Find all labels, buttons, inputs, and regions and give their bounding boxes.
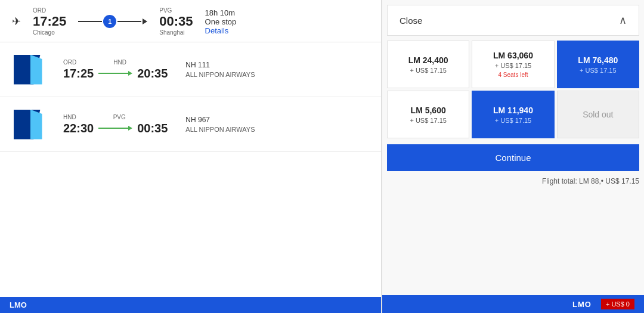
plane-icon: ✈	[12, 15, 21, 28]
seg-2-depart: 22:30	[63, 122, 94, 135]
fare-cell-1-2[interactable]: LM 63,060 + US$ 17.15 4 Seats left	[472, 41, 554, 88]
left-panel: ✈ ORD 17:25 Chicago 1 PVG 00:35 Shanghai…	[0, 0, 382, 313]
seg-1-airline: ALL NIPPON AIRWAYS	[185, 71, 255, 78]
left-logo: LMO	[10, 300, 27, 309]
left-bottom-bar: LMO	[0, 297, 381, 313]
fare-usd-2-2: + US$ 17.15	[495, 117, 531, 124]
airline-logo-2	[12, 108, 54, 141]
seg-1-arrive: 20:35	[137, 67, 168, 80]
seg-2-airports: HND PVG 22:30 00:35	[63, 114, 168, 135]
fare-miles-1-3: LM 76,480	[578, 55, 618, 65]
seg-1-dest-code: HND	[113, 59, 126, 66]
seg-1-depart: 17:25	[63, 67, 94, 80]
flight-total-usd: • US$ 17.15	[601, 177, 639, 185]
right-panel: Close ∧ LM 24,400 + US$ 17.15 LM 63,060 …	[382, 0, 644, 313]
segment-1: ORD HND 17:25 20:35 NH 111 ALL NIPPON AI…	[0, 42, 381, 97]
sold-out-text: Sold out	[583, 110, 613, 119]
fare-usd-1-3: + US$ 17.15	[580, 67, 616, 74]
fare-cell-1-3[interactable]: LM 76,480 + US$ 17.15	[557, 41, 639, 88]
fare-cell-2-3: Sold out	[557, 91, 639, 138]
right-logo: LMO	[572, 300, 592, 309]
segment-1-details: ORD HND 17:25 20:35 NH 111 ALL NIPPON AI…	[63, 59, 369, 80]
seg-1-airports: ORD HND 17:25 20:35	[63, 59, 168, 80]
flight-summary-bar: ✈ ORD 17:25 Chicago 1 PVG 00:35 Shanghai…	[0, 0, 381, 42]
continue-section: Continue	[382, 141, 644, 173]
seg-1-arrow	[98, 71, 132, 76]
seg-1-origin-code: ORD	[63, 59, 76, 66]
seg-2-arrive: 00:35	[137, 122, 168, 135]
flight-info-right: 18h 10m One stop Details	[205, 8, 237, 35]
fare-miles-2-1: LM 5,600	[411, 106, 446, 115]
usd-badge: + US$ 0	[601, 299, 634, 309]
right-bottom-bar: LMO + US$ 0	[382, 295, 644, 313]
close-label[interactable]: Close	[400, 16, 422, 26]
seg-1-flight-info: NH 111 ALL NIPPON AIRWAYS	[185, 61, 255, 78]
continue-button[interactable]: Continue	[387, 144, 639, 171]
fare-usd-1-2: + US$ 17.15	[495, 62, 531, 69]
segment-2: HND PVG 22:30 00:35 NH 967 ALL NIPPON AI…	[0, 97, 381, 152]
summary-origin-city: Chicago	[33, 29, 66, 36]
seg-2-flight-info: NH 967 ALL NIPPON AIRWAYS	[185, 116, 255, 133]
fare-row-2: LM 5,600 + US$ 17.15 LM 11,940 + US$ 17.…	[387, 91, 639, 138]
fare-miles-1-1: LM 24,400	[408, 55, 448, 65]
seg-2-dest-code: PVG	[113, 114, 126, 120]
seg-2-origin-code: HND	[63, 114, 76, 120]
airline-logo-1	[12, 53, 54, 86]
fare-miles-1-2: LM 63,060	[493, 51, 533, 60]
summary-arrow: 1	[78, 15, 147, 28]
summary-depart-time: 17:25	[33, 14, 66, 29]
seg-1-flight-num: NH 111	[185, 61, 255, 69]
close-header: Close ∧	[387, 5, 639, 36]
fare-cell-2-2[interactable]: LM 11,940 + US$ 17.15	[472, 91, 554, 138]
details-link[interactable]: Details	[205, 26, 229, 35]
fare-cell-2-1[interactable]: LM 5,600 + US$ 17.15	[387, 91, 469, 138]
flight-summary-content: ORD 17:25 Chicago 1 PVG 00:35 Shanghai 1…	[33, 7, 236, 36]
stop-count-badge: 1	[103, 15, 116, 28]
summary-origin: ORD 17:25 Chicago	[33, 7, 66, 36]
fare-row-1: LM 24,400 + US$ 17.15 LM 63,060 + US$ 17…	[387, 41, 639, 88]
fare-cell-1-1[interactable]: LM 24,400 + US$ 17.15	[387, 41, 469, 88]
seg-2-arrow	[98, 126, 132, 131]
segment-2-details: HND PVG 22:30 00:35 NH 967 ALL NIPPON AI…	[63, 114, 369, 135]
seats-left-1-2: 4 Seats left	[498, 72, 528, 78]
summary-arrive-time: 00:35	[159, 14, 193, 29]
fare-usd-1-1: + US$ 17.15	[410, 67, 446, 74]
seg-2-airline: ALL NIPPON AIRWAYS	[185, 126, 255, 133]
flight-total: Flight total: LM 88, • US$ 17.15	[382, 173, 644, 188]
flight-total-label: Flight total: LM 88,	[542, 177, 601, 185]
summary-dest-code: PVG	[159, 7, 193, 14]
fare-usd-2-1: + US$ 17.15	[410, 117, 446, 124]
seg-2-flight-num: NH 967	[185, 116, 255, 124]
fare-grid: LM 24,400 + US$ 17.15 LM 63,060 + US$ 17…	[382, 36, 644, 141]
flight-duration: 18h 10m	[205, 8, 237, 17]
summary-origin-code: ORD	[33, 7, 66, 14]
summary-dest: PVG 00:35 Shanghai	[159, 7, 193, 36]
fare-miles-2-2: LM 11,940	[493, 106, 533, 115]
summary-dest-city: Shanghai	[159, 29, 193, 36]
chevron-up-icon[interactable]: ∧	[619, 14, 627, 27]
flight-stops: One stop	[205, 17, 237, 26]
